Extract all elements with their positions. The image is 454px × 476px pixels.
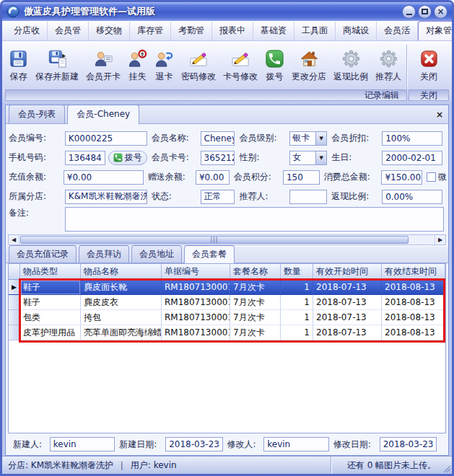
table-row[interactable]: 皮革护理用品 亮革单面即亮海绵蜡 RM1807130001 7月次卡 1 201… <box>9 325 445 340</box>
cell-qty[interactable]: 1 <box>281 280 313 295</box>
cell-end-date[interactable]: 2018-08-13 <box>382 280 445 295</box>
cell-item-name[interactable]: 麂皮面长靴 <box>81 280 162 295</box>
row-selector-cell[interactable] <box>9 310 20 325</box>
member-level-select[interactable]: 银卡 ▼ <box>289 131 327 146</box>
save-and-new-button[interactable]: 保存并新建 <box>32 43 82 89</box>
gender-select[interactable]: 女 ▼ <box>289 151 327 165</box>
table-row[interactable]: 包类 挎包 RM1807130001 7月次卡 1 2018-07-13 201… <box>9 310 445 325</box>
column-header[interactable]: 数量 <box>281 264 313 280</box>
tab-member-package[interactable]: 会员套餐 <box>184 245 235 263</box>
cell-doc-no[interactable]: RM1807130001 <box>162 310 230 325</box>
cell-item-name[interactable]: 亮革单面即亮海绵蜡 <box>81 325 162 340</box>
save-button[interactable]: 保存 <box>5 43 32 89</box>
cell-start-date[interactable]: 2018-07-13 <box>313 310 382 325</box>
menu-item-branch-receive[interactable]: 分店收 <box>6 22 48 40</box>
tab-close-button[interactable]: × <box>434 109 445 120</box>
scrollbar-thumb[interactable]: ||| <box>20 236 409 244</box>
title-bar[interactable]: 傲蓝皮具护理管理软件—试用版 × <box>2 2 452 21</box>
resize-grip-icon[interactable] <box>442 464 451 473</box>
table-row[interactable]: 鞋子 麂皮皮衣 RM1807130001 7月次卡 1 2018-07-13 2… <box>9 295 445 310</box>
chevron-down-icon[interactable]: ▼ <box>315 151 326 164</box>
cell-doc-no[interactable]: RM1807130001 <box>162 325 230 340</box>
card-no-field[interactable]: 365212 <box>201 151 235 165</box>
change-card-number-button[interactable]: 卡号修改 <box>219 43 261 89</box>
column-header[interactable]: 物品类型 <box>20 264 81 280</box>
scroll-right-icon[interactable]: ▶ <box>435 235 445 244</box>
menu-item-member-mgmt[interactable]: 会员管 <box>48 22 89 40</box>
status-field[interactable]: 正常 <box>201 190 235 204</box>
member-name-field[interactable]: Cheney <box>201 131 235 146</box>
birthday-field[interactable]: 2000-02-01 <box>382 151 442 165</box>
points-field[interactable]: 150 <box>283 170 320 185</box>
cell-start-date[interactable]: 2018-07-13 <box>313 325 382 340</box>
tab-recharge-records[interactable]: 会员充值记录 <box>9 245 77 263</box>
menu-item-tools[interactable]: 工具面 <box>294 22 336 40</box>
menu-item-mall-settings[interactable]: 商城设 <box>336 22 377 40</box>
column-header[interactable]: 物品名称 <box>81 264 162 280</box>
row-selector-cell[interactable] <box>9 295 20 310</box>
cell-start-date[interactable]: 2018-07-13 <box>313 280 382 295</box>
created-date-field[interactable]: 2018-03-23 <box>165 437 222 451</box>
tab-member-visits[interactable]: 会员拜访 <box>79 245 129 263</box>
menu-item-member-activity[interactable]: 会员活 <box>377 22 418 40</box>
menu-item-reports[interactable]: 报表中 <box>212 22 253 40</box>
referrer-button[interactable]: 推荐人 <box>372 43 405 89</box>
cell-item-name[interactable]: 麂皮皮衣 <box>81 295 162 310</box>
branch-field[interactable]: K&M凯米鞋靴潮奢洗 <box>65 190 147 204</box>
wechat-checkbox[interactable] <box>427 172 436 182</box>
tab-member-address[interactable]: 会员地址 <box>131 245 182 263</box>
referrer-field[interactable] <box>289 190 327 204</box>
cell-package-name[interactable]: 7月次卡 <box>230 325 281 340</box>
cell-doc-no[interactable]: RM1807130001 <box>162 295 230 310</box>
change-password-button[interactable]: 密码修改 <box>178 43 219 89</box>
modified-date-field[interactable]: 2018-03-23 <box>380 437 437 451</box>
modified-by-field[interactable]: kevin <box>263 437 329 451</box>
column-header[interactable]: 有效结束时间 <box>382 264 445 280</box>
scrollbar-track[interactable] <box>409 235 435 244</box>
minimize-button[interactable] <box>402 5 416 19</box>
menu-item-basic-data[interactable]: 基础资 <box>253 22 294 40</box>
cell-item-type[interactable]: 鞋子 <box>20 280 81 295</box>
cell-package-name[interactable]: 7月次卡 <box>230 295 281 310</box>
column-header[interactable]: 套餐名称 <box>230 264 281 280</box>
change-branch-button[interactable]: 更改分店 <box>288 43 330 89</box>
remark-field[interactable] <box>65 207 444 232</box>
cashback-ratio-button[interactable]: 返现比例 <box>330 43 372 89</box>
cell-package-name[interactable]: 7月次卡 <box>230 280 281 295</box>
close-form-button[interactable]: 关闭 <box>416 48 442 84</box>
member-open-card-button[interactable]: 会员开卡 <box>82 43 124 89</box>
menu-item-object-mgmt[interactable]: 对象管 <box>418 21 454 41</box>
dial-phone-button[interactable]: 拨号 <box>108 151 147 165</box>
cell-end-date[interactable]: 2018-08-13 <box>382 310 445 325</box>
cell-qty[interactable]: 1 <box>281 295 313 310</box>
row-selector-cell[interactable] <box>9 325 20 340</box>
menu-item-transfer[interactable]: 移交物 <box>89 22 130 40</box>
tab-member-list[interactable]: 会员-列表 <box>9 105 65 123</box>
chevron-down-icon[interactable]: ▼ <box>315 132 326 145</box>
cell-start-date[interactable]: 2018-07-13 <box>313 295 382 310</box>
cell-doc-no[interactable]: RM1807130001 <box>162 280 230 295</box>
report-loss-button[interactable]: 挂失 <box>124 43 151 89</box>
menu-item-inventory[interactable]: 库存管 <box>130 22 171 40</box>
cell-item-name[interactable]: 挎包 <box>81 310 162 325</box>
created-by-field[interactable]: kevin <box>50 437 115 451</box>
member-discount-field[interactable]: 100% <box>382 131 442 146</box>
horizontal-scrollbar[interactable]: ◀ ||| ▶ <box>8 234 446 245</box>
cell-end-date[interactable]: 2018-08-13 <box>382 295 445 310</box>
maximize-button[interactable] <box>418 5 432 19</box>
row-selector-icon[interactable]: ▶ <box>9 280 20 295</box>
column-header[interactable]: 单据编号 <box>162 264 230 280</box>
dial-button[interactable]: 拨号 <box>261 43 288 89</box>
scroll-left-icon[interactable]: ◀ <box>9 235 19 244</box>
member-no-field[interactable]: K0000225 <box>65 131 147 146</box>
cell-item-type[interactable]: 皮革护理用品 <box>20 325 81 340</box>
cell-package-name[interactable]: 7月次卡 <box>230 310 281 325</box>
return-card-button[interactable]: 退卡 <box>151 43 178 89</box>
cashback-field[interactable]: 0.00% <box>382 190 442 204</box>
column-header[interactable]: 有效开始时间 <box>313 264 382 280</box>
gift-balance-field[interactable]: ¥0.00 <box>196 170 230 185</box>
cell-qty[interactable]: 1 <box>281 310 313 325</box>
cell-qty[interactable]: 1 <box>281 325 313 340</box>
menu-item-attendance[interactable]: 考勤管 <box>171 22 212 40</box>
recharge-balance-field[interactable]: ¥0.00 <box>64 170 144 185</box>
